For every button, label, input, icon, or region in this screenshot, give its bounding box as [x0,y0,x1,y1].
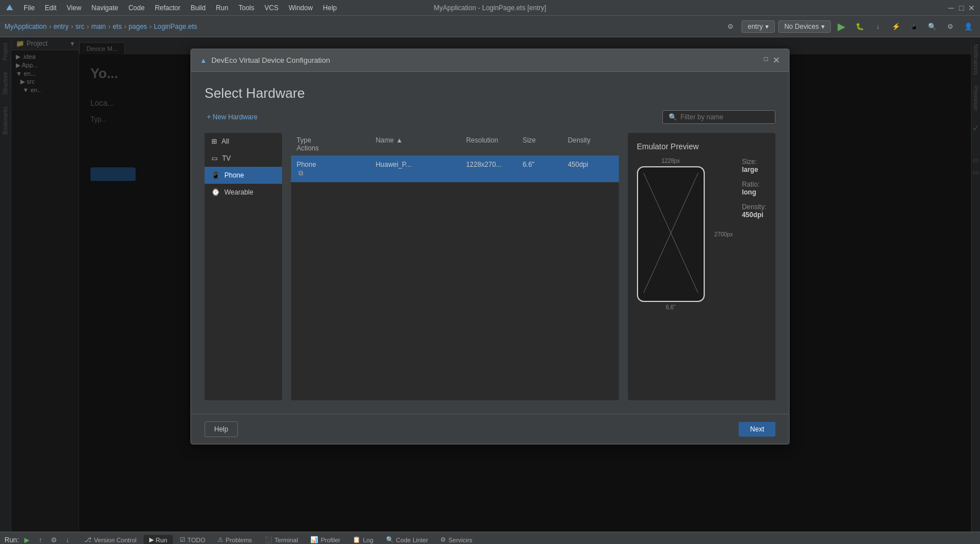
svg-marker-0 [6,5,13,10]
maximize-button[interactable]: □ [957,4,965,12]
breadcrumb-app[interactable]: MyApplication [5,23,47,31]
menu-run[interactable]: Run [211,3,233,13]
run-tab[interactable]: ▶ Run [144,535,173,544]
breadcrumb-main[interactable]: main [91,23,106,31]
log-tab[interactable]: 📋 Log [347,535,379,544]
row-name: Huawei_P... [376,161,466,169]
help-button[interactable]: Help [205,421,238,437]
device-type-wearable[interactable]: ⌚ Wearable [205,184,282,201]
row-actions[interactable]: ⧉ [297,169,376,178]
bottom-tabs: Run: ▶ ↑ ⚙ ↓ ⎇ Version Control ▶ Run ☑ T… [0,532,980,544]
next-button[interactable]: Next [739,422,775,437]
hardware-config-modal: ▲ DevEco Virtual Device Configuration □ … [190,49,790,444]
emulator-content: 1228px 2700px 6.6" [637,158,766,310]
settings-gear-icon[interactable]: ⚙ [723,19,738,34]
tv-label: TV [222,154,231,162]
settings-icon[interactable]: ⚙ [943,19,957,34]
todo-icon: ☑ [180,536,185,543]
size-spec-value: large [742,166,766,174]
entry-dropdown[interactable]: entry ▾ [741,20,775,33]
account-icon[interactable]: 👤 [961,19,975,34]
filter-search-icon: 🔍 [669,113,677,121]
new-hardware-button[interactable]: + New Hardware [205,111,260,123]
modal-expand-icon[interactable]: □ [764,55,768,66]
phone-height-label: 2700px [714,231,733,238]
menu-help[interactable]: Help [318,3,341,13]
version-control-icon: ⎇ [84,536,92,543]
breadcrumb-pages[interactable]: pages [128,23,147,31]
emulator-preview-title: Emulator Preview [637,142,766,151]
menu-build[interactable]: Build [186,3,210,13]
close-button[interactable]: ✕ [968,4,975,12]
device-manager-icon[interactable]: 📱 [907,19,921,34]
menu-file[interactable]: File [19,3,39,13]
modal-close-button[interactable]: ✕ [773,55,780,66]
menu-tools[interactable]: Tools [234,3,259,13]
run-label: Run: [5,536,19,544]
phone-label: Phone [224,171,244,179]
version-control-tab[interactable]: ⎇ Version Control [79,535,142,544]
terminal-icon: ⬛ [264,536,272,543]
col-type: Type [297,136,376,144]
breadcrumb-src[interactable]: src [75,23,84,31]
services-icon: ⚙ [440,536,446,543]
table-row[interactable]: Phone Huawei_P... 1228x270... 6.6" 450dp… [291,156,619,183]
breadcrumb-entry[interactable]: entry [54,23,69,31]
all-devices-icon: ⊞ [211,137,217,145]
ratio-spec-value: long [742,188,766,196]
size-spec-label: Size: [742,158,766,166]
device-type-tv[interactable]: ▭ TV [205,150,282,167]
filter-input-container[interactable]: 🔍 [662,110,775,124]
minimize-button[interactable]: ─ [947,4,955,12]
entry-label: entry [748,23,763,31]
profile-button[interactable]: ↓ [870,19,885,34]
problems-label: Problems [226,537,251,543]
table-header: Type Name ▲ Resolution Size Density Acti… [291,133,619,156]
modal-overlay: ▲ DevEco Virtual Device Configuration □ … [0,37,980,532]
device-type-phone[interactable]: 📱 Phone [205,167,282,184]
emulator-preview: Emulator Preview 1228px [628,133,775,400]
menu-window[interactable]: Window [284,3,318,13]
modal-title: DevEco Virtual Device Configuration [211,56,760,64]
menu-code[interactable]: Code [124,3,149,13]
phone-diagonal-svg [638,167,704,299]
todo-tab[interactable]: ☑ TODO [174,535,211,544]
run-button[interactable]: ▶ [834,19,849,34]
log-icon: 📋 [353,536,361,543]
no-devices-dropdown[interactable]: No Devices ▾ [778,20,831,33]
menu-navigate[interactable]: Navigate [87,3,123,13]
filter-input-field[interactable] [680,113,769,121]
col-name[interactable]: Name ▲ [376,136,466,144]
run-label-area: Run: ▶ ↑ ⚙ ↓ [5,534,73,545]
debug-button[interactable]: 🐛 [852,19,867,34]
breadcrumb-ets[interactable]: ets [112,23,122,31]
run-play-small-button[interactable]: ▶ [21,534,32,545]
select-hardware-title: Select Hardware [205,85,775,101]
search-icon[interactable]: 🔍 [925,19,939,34]
menu-edit[interactable]: Edit [40,3,61,13]
menu-vcs[interactable]: VCS [260,3,283,13]
log-label: Log [363,537,373,543]
phone-wrapper: 2700px [637,166,705,302]
breadcrumb-file[interactable]: LoginPage.ets [154,23,197,31]
menu-refactor[interactable]: Refactor [150,3,185,13]
run-stop-button[interactable]: ↓ [62,534,73,545]
code-linter-tab[interactable]: 🔍 Code Linter [380,535,434,544]
problems-tab[interactable]: ⚠ Problems [212,535,257,544]
menu-view[interactable]: View [62,3,86,13]
hot-reload-icon[interactable]: ⚡ [888,19,903,34]
run-up-button[interactable]: ↑ [34,534,46,545]
density-spec-value: 450dpi [742,211,766,219]
device-type-all[interactable]: ⊞ All [205,133,282,150]
no-devices-label: No Devices [784,23,819,31]
window-controls: ─ □ ✕ [947,4,975,12]
terminal-tab[interactable]: ⬛ Terminal [259,535,304,544]
toolbar: MyApplication › entry › src › main › ets… [0,16,980,37]
services-tab[interactable]: ⚙ Services [435,535,478,544]
run-settings-icon[interactable]: ⚙ [48,534,59,545]
copy-action-icon[interactable]: ⧉ [297,169,306,178]
run-play-icon: ▶ [838,20,845,33]
row-resolution: 1228x270... [466,161,523,169]
profiler-tab[interactable]: 📊 Profiler [305,535,346,544]
name-col-label: Name [376,136,394,144]
